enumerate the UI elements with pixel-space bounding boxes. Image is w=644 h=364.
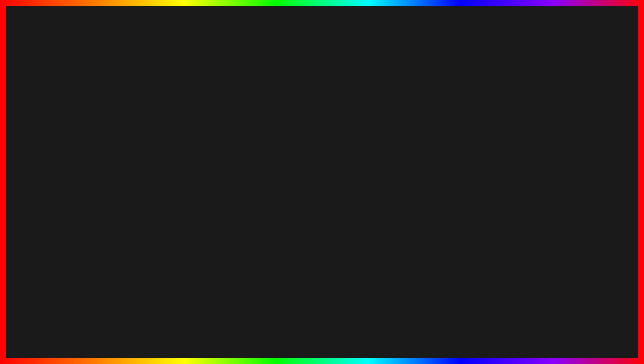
svg-point-7 <box>459 238 463 244</box>
pet-card-image: ✦ ✦ ✦ ✦ <box>532 91 623 165</box>
sw3-extra-settings: Extra Settings <box>58 221 203 227</box>
sw2-tab-machine[interactable]: 🎰 - Machi <box>151 114 172 120</box>
main-title: PET SIMULATOR X <box>121 10 523 60</box>
sw2-auto-leave: Auto Leave if Mod Join <box>131 164 266 169</box>
sw3-area-header: ||-- Area Farming --|| <box>60 144 122 150</box>
sw2-toggle-damage[interactable] <box>256 138 266 143</box>
sw2-normal-label: Normal ∧ <box>131 160 266 164</box>
sw2-toggle-coins[interactable] <box>256 128 266 132</box>
sw2-sever-damage: Sever Boost Triple Damage <box>131 137 266 143</box>
sw3-fruit-farm: Enabled Fruit Farm <box>60 171 122 176</box>
pet-card: ✦ ✦ ✦ ✦ <box>531 90 624 194</box>
sw2-stats: Stats Tracker <box>131 169 266 174</box>
sw3-cb-nearest[interactable] <box>60 182 63 185</box>
sw3-enable-area: Enable Area Farm <box>60 166 122 171</box>
sw2-controls: ✏ − ✕ <box>248 106 264 111</box>
sw1-superspeed-label: 🚀 Super Speed Control <box>80 108 120 113</box>
svg-point-26 <box>582 120 584 122</box>
sw2-fast-label: Fast ∧ <box>131 133 266 137</box>
sw2-cb-autodamage[interactable] <box>131 145 135 149</box>
sw3-left-panel: ||-- Area Farming --|| ▦ Select Area Ref… <box>58 142 124 219</box>
sw2-cb-autoleave[interactable] <box>131 165 135 168</box>
game-character-svg <box>417 190 517 324</box>
sw2-auto-coins: Auto Boost Triple Coins <box>131 150 266 155</box>
script-window-2: (🐾) Pet Simulator X - Milk Up ✏ − ✕ 🏅 - … <box>128 104 269 199</box>
sidebar-credits[interactable]: 😊 😊 Credits <box>37 85 77 92</box>
sw3-mastery-header: ||-- Mastery Farm --|| <box>60 189 122 195</box>
sw2-auto-damage: Auto Boost Triple Damage <box>131 145 266 150</box>
svg-rect-4 <box>450 230 484 247</box>
pet-card-info: [🔥HUGE] PetSimulator X! 👍 91% 👤 108.6K <box>532 165 623 193</box>
sw3-toggle-lag[interactable] <box>191 207 201 212</box>
bottom-huge: HUGE <box>190 318 287 353</box>
sw1-farmmisc-title: Farm Misc <box>165 85 200 90</box>
sw2-collect-lootbag: Collect Lootbag <box>131 155 266 160</box>
building-blue <box>37 224 70 297</box>
svg-point-25 <box>572 120 574 122</box>
star-4: ✦ <box>609 152 613 158</box>
sw2-lag-toggle-row <box>131 184 266 190</box>
sw3-tab-eggs[interactable]: • Main Eggs • <box>105 130 130 135</box>
sw3-refresh[interactable]: Refresh Area <box>60 156 122 161</box>
building-cyan <box>0 204 40 297</box>
bottom-update: UPDATE <box>44 318 180 353</box>
sw2-cb-stats[interactable] <box>131 170 135 173</box>
sw3-tab-misc[interactable]: • Miscellaneous • <box>59 136 90 142</box>
svg-rect-13 <box>470 292 484 312</box>
bg-card-purple <box>594 95 620 129</box>
bottom-script: SCRIPT <box>297 318 421 353</box>
sw2-close-btn[interactable]: ✕ <box>260 106 264 111</box>
sw3-hide-coins: Hide Coins <box>126 200 201 205</box>
star-3: ✦ <box>537 145 541 151</box>
cat-svg <box>552 103 602 153</box>
stat-like: 👍 91% <box>535 185 551 190</box>
pet-card-name: [🔥HUGE] PetSimulator X! <box>535 167 620 183</box>
sw2-pencil-btn[interactable]: ✏ <box>248 106 252 111</box>
sw3-tab-farming[interactable]: • Main Farming • <box>74 130 104 135</box>
sidebar-booth[interactable]: 🏪 🏪 Booth <box>37 106 77 113</box>
stat-players: 👤 108.6K <box>556 185 578 190</box>
sw2-tab-misc[interactable]: 🏅 - Misc <box>131 114 150 120</box>
sw3-cb-enablearea[interactable] <box>60 167 63 170</box>
sw3-select-area: ▦ Select Area <box>60 151 122 156</box>
sw2-title-text: (🐾) Pet Simulator X - Milk Up <box>133 106 186 111</box>
sw2-minimize-btn[interactable]: − <box>254 106 258 111</box>
sw2-cb-hidecoins[interactable] <box>131 175 135 178</box>
svg-rect-1 <box>437 307 497 317</box>
sw3-grid-icon: ▦ <box>60 152 63 155</box>
title-x: X <box>493 11 523 59</box>
sw3-cb-fruit[interactable] <box>60 172 63 175</box>
sw3-cb-typefarm[interactable] <box>60 162 63 165</box>
sw2-extra-settings: Extra Settings <box>129 192 268 198</box>
huge-label: [🔥HUGE] <box>535 168 569 175</box>
sw2-cb-autocoins[interactable] <box>131 150 135 154</box>
coin-4 <box>32 306 43 317</box>
title-simulator: SIMULATOR <box>221 11 493 59</box>
sw3-cb-hidecoins[interactable] <box>126 201 130 204</box>
sw2-tabs: 🏅 - Misc 🎰 - Machi <box>129 113 268 120</box>
pet-card-stats: 👍 91% 👤 108.6K <box>535 185 620 190</box>
title-pet: PET <box>121 11 221 59</box>
sw3-mastery-select: ▦ Select Mastery - Coins Mastery <box>60 196 122 201</box>
sw2-sever-coins: Sever Boost Triple Coins <box>131 127 266 133</box>
coin-5 <box>20 307 32 319</box>
svg-point-8 <box>472 238 477 244</box>
sw1-discord: Discord Link: https://discord.gg/u7JNWQc… <box>80 92 159 95</box>
sw1-title-text: Project WD Pet Simulator X 🐾 (Press Righ… <box>38 76 135 80</box>
sw3-title-text: Mobile - Pet Simulator X <box>61 122 104 126</box>
sw1-misc-yeet: 🟡 Collect Yeet Orbs <box>165 92 200 97</box>
sw3-tab-home[interactable]: Home <box>59 130 74 135</box>
sw3-all-row: All ∧ <box>126 212 201 217</box>
sw3-mastery-icon: ▦ <box>60 197 63 200</box>
sidebar-autofarms[interactable]: 🌾 AutoFarms <box>37 92 77 99</box>
sw2-cb-lootbag[interactable] <box>131 155 135 159</box>
sidebar-pet[interactable]: 🐾 Pet <box>37 99 77 106</box>
sw3-cb-block[interactable] <box>60 177 63 180</box>
sw2-toggle-lag[interactable] <box>194 184 204 189</box>
sw1-autofarms-title: AutoFarms <box>80 85 159 90</box>
sw2-hide-coins: Hide Coins <box>131 174 266 179</box>
sw1-misc-coins: 💰 3x Coins Boost <box>165 97 200 103</box>
sw3-type-farm: Type Farm - Multi Target - Smooth <box>60 161 122 166</box>
sw2-lag-label: Super Lag Reduction <box>131 180 266 184</box>
sw3-divider <box>60 187 122 188</box>
